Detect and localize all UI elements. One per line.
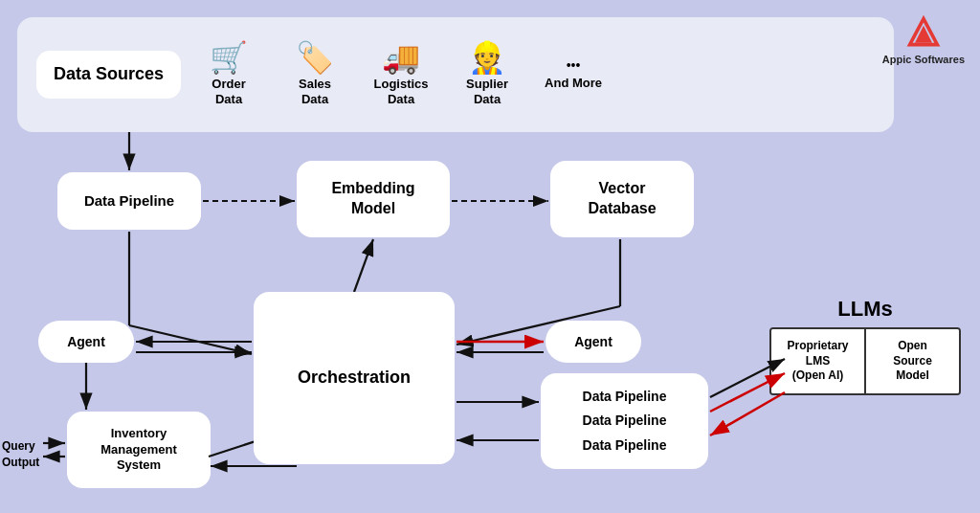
svg-line-26	[710, 392, 785, 435]
data-pipeline-box: Data Pipeline	[57, 172, 201, 230]
order-data-label: OrderData	[212, 77, 245, 106]
sales-data-item: 🏷️ SalesData	[277, 42, 353, 106]
truck-icon: 🚚	[382, 42, 420, 73]
cart-icon: 🛒	[210, 42, 248, 73]
diagram-container: Data Sources 🛒 OrderData 🏷️ SalesData 🚚 …	[0, 0, 980, 513]
top-bar: Data Sources 🛒 OrderData 🏷️ SalesData 🚚 …	[17, 17, 894, 132]
and-more-label: And More	[545, 76, 602, 91]
inventory-box: InventoryManagementSystem	[67, 412, 211, 488]
proprietary-lms-box: ProprietaryLMS(Open AI)	[771, 329, 866, 393]
vector-database-box: VectorDatabase	[550, 161, 694, 237]
supplier-data-item: 👷 SuplierData	[449, 42, 525, 106]
llms-boxes: ProprietaryLMS(Open AI) OpenSourceModel	[769, 327, 961, 395]
supplier-data-label: SuplierData	[466, 77, 508, 106]
orchestration-box: Orchestration	[254, 292, 455, 464]
logistics-data-label: LogisticsData	[374, 77, 429, 106]
query-output-label: QueryOutput	[2, 438, 39, 471]
agent-right-box: Agent	[546, 321, 641, 363]
embedding-model-box: EmbeddingModel	[297, 161, 450, 237]
appic-logo-text: Appic Softwares	[882, 54, 965, 66]
data-pipelines-right-box: Data PipelineData PipelineData Pipeline	[541, 373, 708, 469]
llms-section: LLMs ProprietaryLMS(Open AI) OpenSourceM…	[769, 297, 961, 395]
logistics-data-item: 🚚 LogisticsData	[363, 42, 439, 106]
supplier-icon: 👷	[468, 42, 506, 73]
svg-line-10	[129, 325, 252, 354]
and-more-item: ••• And More	[535, 58, 612, 91]
sales-data-label: SalesData	[299, 77, 331, 106]
llms-title: LLMs	[769, 297, 961, 322]
open-source-model-box: OpenSourceModel	[866, 329, 959, 393]
more-icon: •••	[567, 58, 581, 72]
agent-left-box: Agent	[38, 321, 134, 363]
data-sources-box: Data Sources	[36, 51, 181, 99]
tag-icon: 🏷️	[296, 42, 334, 73]
svg-line-11	[354, 239, 373, 292]
order-data-item: 🛒 OrderData	[190, 42, 267, 106]
appic-logo: Appic Softwares	[882, 15, 965, 66]
appic-logo-icon	[906, 15, 941, 50]
